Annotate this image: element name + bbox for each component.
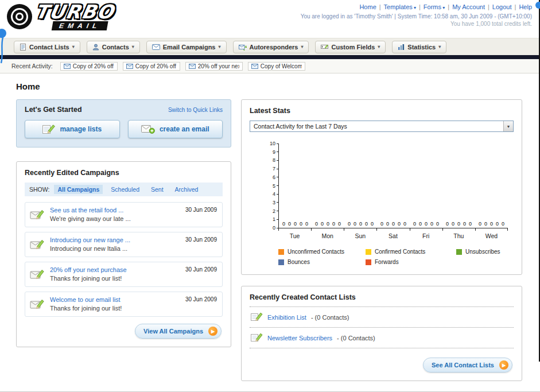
top-link-help[interactable]: Help	[519, 3, 532, 10]
link-separator: |	[419, 3, 421, 10]
credits-info: You have 1,000 total credits left.	[301, 21, 532, 27]
y-axis-label: 3	[264, 200, 275, 205]
bar-value: 0	[288, 221, 291, 227]
recent-activity-item[interactable]: Copy of Welcome to	[248, 62, 305, 71]
bar-value: 0	[359, 221, 362, 227]
logo-swoosh-icon	[7, 4, 32, 29]
create-email-label: create an email	[160, 125, 209, 133]
nav-tab-label: Custom Fields	[331, 44, 375, 51]
create-email-icon	[141, 125, 155, 134]
get-started-panel: Let's Get Started Switch to Quick Links …	[16, 99, 231, 148]
chart-x-axis: TueMonSunSatFriThuWed	[278, 228, 508, 239]
contact-list-items: Exhibition List- (0 Contacts)Newsletter …	[250, 307, 514, 348]
bar-value: 0	[392, 221, 395, 227]
turbo-email-logo[interactable]: TURBO EMAIL	[0, 0, 161, 30]
top-link-home[interactable]: Home	[359, 3, 376, 10]
chevron-down-icon: ▾	[218, 44, 220, 49]
legend-swatch	[366, 259, 371, 265]
nav-tab-label: Contact Lists	[29, 44, 69, 51]
recent-activity-item[interactable]: Copy of 20% off yo	[60, 62, 118, 71]
campaign-list-item[interactable]: Welcome to our email listThanks for join…	[25, 292, 223, 317]
campaign-icon	[30, 208, 45, 223]
recent-activity-bar: Recent Activity: Copy of 20% off yoCopy …	[0, 59, 540, 73]
campaign-filter-sent[interactable]: Sent	[147, 185, 167, 194]
bar-value: 0	[446, 221, 449, 227]
chevron-down-icon: ▾	[438, 44, 441, 49]
campaign-title-link[interactable]: See us at the retail food ...	[50, 207, 131, 214]
x-axis-label: Wed	[475, 228, 508, 239]
left-column: Let's Get Started Switch to Quick Links …	[16, 99, 231, 347]
campaign-list-item[interactable]: Introducing our new range ...Introducing…	[25, 232, 223, 257]
legend-label: Unsubscribes	[465, 249, 500, 255]
campaign-filter-scheduled[interactable]: Scheduled	[107, 185, 143, 194]
stats-filter-select[interactable]: Contact Activity for the Last 7 Days	[250, 121, 514, 132]
campaign-title-link[interactable]: 20% off your next purchase	[50, 266, 127, 273]
campaign-icon	[30, 238, 45, 253]
campaign-list-item[interactable]: See us at the retail food ...We're givin…	[25, 202, 223, 227]
bar-value: 0	[398, 221, 401, 227]
campaign-filter-archived[interactable]: Archived	[172, 185, 202, 194]
view-all-campaigns-button[interactable]: View All Campaigns	[135, 324, 222, 339]
bar-value: 0	[430, 221, 433, 227]
campaign-filter-tabs: SHOW: All CampaignsScheduledSentArchived	[25, 183, 223, 196]
email-campaigns-icon	[152, 44, 160, 50]
contact-list-count: - (0 Contacts)	[337, 335, 375, 341]
campaign-subtitle: Thanks for joining our list!	[50, 275, 127, 282]
bar-value: 0	[371, 221, 374, 227]
contact-list-item[interactable]: Newsletter Subscribers- (0 Contacts)	[250, 328, 514, 348]
top-link-templates[interactable]: Templates ▾	[384, 3, 416, 10]
bar-value: 0	[484, 221, 487, 227]
switch-to-quick-links-link[interactable]: Switch to Quick Links	[168, 107, 223, 113]
see-all-contact-lists-label: See All Contact Lists	[432, 362, 494, 368]
contact-list-link[interactable]: Newsletter Subscribers	[267, 335, 332, 341]
header-right: Home|Templates ▾|Forms ▾|My Account|Logo…	[301, 3, 532, 27]
top-link-my-account[interactable]: My Account	[452, 3, 485, 10]
campaign-list-item[interactable]: 20% off your next purchaseThanks for joi…	[25, 262, 223, 287]
campaign-filter-all-campaigns[interactable]: All Campaigns	[54, 185, 103, 194]
bar-value-labels: 00000	[377, 221, 410, 227]
chart-bar-group: 00000	[344, 143, 377, 228]
help-bubble-pointer	[0, 29, 8, 64]
bar-value: 0	[315, 221, 318, 227]
nav-tab-statistics[interactable]: Statistics▾	[392, 41, 446, 53]
nav-tab-autoresponders[interactable]: Autoresponders▾	[233, 41, 309, 53]
nav-tab-custom-fields[interactable]: Custom Fields▾	[315, 41, 386, 53]
envelope-icon	[64, 64, 71, 69]
y-axis-label: 2	[264, 208, 275, 214]
recent-activity-item-label: Copy of Welcome to	[261, 63, 302, 69]
nav-tab-email-campaigns[interactable]: Email Campaigns▾	[146, 41, 227, 53]
campaign-title-link[interactable]: Introducing our new range ...	[50, 236, 130, 243]
bar-value: 0	[463, 221, 466, 227]
chevron-down-icon: ▾	[378, 44, 380, 49]
main-content: Home Let's Get Started Switch to Quick L…	[0, 73, 540, 381]
see-all-contact-lists-button[interactable]: See All Contact Lists	[423, 358, 512, 372]
campaign-subtitle: Thanks for joining our list!	[50, 305, 122, 312]
chart-bar-group: 00000	[312, 143, 344, 228]
bar-value: 0	[425, 221, 428, 227]
campaign-title-link[interactable]: Welcome to our email list	[50, 296, 122, 303]
y-axis-label: 8	[264, 157, 275, 163]
chevron-down-icon: ▾	[72, 44, 75, 49]
page-title: Home	[16, 81, 522, 91]
top-link-logout[interactable]: Logout	[492, 3, 512, 10]
autoresponders-icon	[239, 44, 247, 51]
nav-tab-contacts[interactable]: Contacts▾	[87, 41, 140, 53]
bar-value-labels: 00000	[475, 221, 508, 227]
bar-value: 0	[327, 221, 329, 227]
manage-lists-button[interactable]: manage lists	[25, 120, 120, 138]
chevron-down-icon: ▾	[441, 5, 445, 10]
bar-value: 0	[282, 221, 285, 227]
top-link-forms[interactable]: Forms ▾	[424, 3, 445, 10]
contact-list-item[interactable]: Exhibition List- (0 Contacts)	[250, 307, 514, 328]
recent-activity-item[interactable]: 20% off your next p	[185, 62, 243, 71]
contact-list-link[interactable]: Exhibition List	[267, 314, 306, 321]
create-email-button[interactable]: create an email	[128, 120, 223, 138]
bar-value: 0	[348, 221, 351, 227]
x-axis-label: Thu	[442, 228, 475, 239]
nav-tab-contact-lists[interactable]: Contact Lists▾	[14, 41, 80, 53]
contact-lists-icon	[20, 44, 26, 51]
envelope-icon	[189, 64, 196, 69]
recent-activity-item[interactable]: Copy of 20% off yo	[123, 62, 180, 71]
campaign-text: Introducing our new range ...Introducing…	[50, 236, 130, 253]
recent-activity-items: Copy of 20% off yoCopy of 20% off yo20% …	[60, 62, 305, 71]
